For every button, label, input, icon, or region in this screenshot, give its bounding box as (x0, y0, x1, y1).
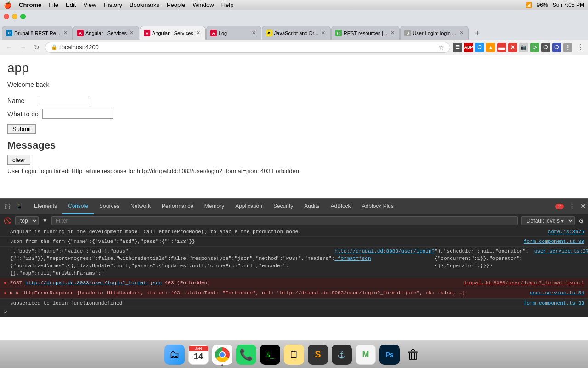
console-line-4: ● POST http://drupal.dd:8083/user/login?… (0, 278, 588, 288)
ext-icon-3[interactable]: ⬡ (475, 43, 484, 52)
clear-button[interactable]: clear (7, 155, 30, 165)
menu-history[interactable]: History (103, 1, 122, 8)
ext-icon-5[interactable]: ▬ (497, 43, 506, 52)
lock-icon: 🔒 (51, 44, 57, 50)
tab-log[interactable]: A Log ✕ (206, 26, 261, 40)
console-filter-input[interactable] (51, 216, 518, 225)
console-source-1[interactable]: core.js:3675 (543, 228, 584, 236)
todo-label: What to do (7, 110, 39, 118)
chrome-menu-button[interactable]: ⋮ (577, 43, 584, 52)
close-window-button[interactable] (4, 14, 9, 19)
console-msg-5: ▶ ▶ HttpErrorResponse {headers: HttpHead… (10, 289, 524, 297)
console-toolbar: 🚫 top ▼ Default levels ▾ ⚙ (0, 214, 588, 227)
tab-angular1[interactable]: A Angular - Services ✕ (73, 26, 139, 40)
console-source-4[interactable]: drupal.dd:8083/user/login?_format=json:1 (458, 279, 584, 287)
tab-close-js[interactable]: ✕ (320, 30, 327, 36)
tab-drupal[interactable]: D Drupal 8 REST Re... ✕ (2, 26, 73, 40)
tab-close-user[interactable]: ✕ (458, 30, 464, 36)
devtools-tab-network[interactable]: Network (125, 199, 156, 214)
devtools-tab-audits[interactable]: Audits (299, 199, 325, 214)
ext-icon-9[interactable]: ⬡ (541, 43, 550, 52)
devtools-close-button[interactable]: ✕ (580, 202, 586, 211)
forward-button[interactable]: → (17, 42, 28, 53)
devtools-tab-elements[interactable]: Elements (28, 199, 62, 214)
devtools-tab-adblock[interactable]: AdBlock (325, 199, 356, 214)
tab-close-angular1[interactable]: ✕ (129, 30, 135, 36)
console-line-6: subscribed to login functionundefined fo… (0, 299, 588, 308)
menu-window[interactable]: Window (192, 1, 214, 8)
console-source-5[interactable]: user.service.ts:54 (524, 289, 584, 297)
ext-icon-7[interactable]: 📷 (519, 43, 528, 52)
console-context-select[interactable]: top (15, 216, 39, 225)
ext-icon-8[interactable]: ▷ (530, 43, 539, 52)
address-input[interactable]: 🔒 localhost:4200 ☆ (45, 42, 450, 53)
wifi-icon: 📶 (526, 2, 532, 8)
error-url-link[interactable]: http://drupal.dd:8083/user/login?_format… (25, 280, 162, 286)
minimize-window-button[interactable] (12, 14, 17, 19)
menu-people[interactable]: People (167, 1, 185, 8)
chrome-titlebar (0, 10, 588, 23)
maximize-window-button[interactable] (20, 14, 26, 19)
menu-chrome[interactable]: Chrome (19, 1, 41, 8)
back-button[interactable]: ← (4, 42, 15, 53)
devtools-tab-memory[interactable]: Memory (199, 199, 230, 214)
tab-label-log: Log (219, 30, 249, 36)
tab-angular2[interactable]: A Angular - Services ✕ (140, 26, 206, 40)
submit-button[interactable]: Submit (7, 124, 36, 134)
new-tab-button[interactable]: + (471, 27, 484, 40)
tab-favicon-log: A (210, 30, 217, 36)
ext-icon-6[interactable]: ✕ (508, 43, 517, 52)
devtools-tab-security[interactable]: Security (268, 199, 299, 214)
name-row: Name (7, 96, 581, 105)
devtools-tab-performance[interactable]: Performance (156, 199, 199, 214)
todo-input[interactable] (42, 109, 113, 119)
ext-icon-4[interactable]: ▲ (486, 43, 495, 52)
tab-close-angular2[interactable]: ✕ (195, 30, 202, 36)
devtools-tab-sources[interactable]: Sources (94, 199, 125, 214)
devtools-sidebar-toggle[interactable]: ⬚ 📱 (2, 201, 25, 212)
console-source-3[interactable]: user.service.ts:37 (529, 247, 588, 255)
mac-menubar: 🍎 Chrome File Edit View History Bookmark… (0, 0, 588, 10)
error-count-badge: 2 (555, 204, 564, 209)
tab-rest[interactable]: R REST resources |... ✕ (331, 26, 400, 40)
menu-file[interactable]: File (49, 1, 58, 8)
name-input[interactable] (39, 96, 89, 105)
menu-help[interactable]: Help (221, 1, 234, 8)
menu-bookmarks[interactable]: Bookmarks (130, 1, 159, 8)
ext-icon-more[interactable]: ⋮ (563, 43, 572, 52)
devtools-tab-application[interactable]: Application (230, 199, 268, 214)
devtools-mobile-icon[interactable]: 📱 (14, 201, 25, 212)
ext-icon-10[interactable]: ⬡ (552, 43, 561, 52)
welcome-text: Welcome back (7, 81, 581, 88)
tab-close-rest[interactable]: ✕ (389, 30, 396, 36)
console-source-6[interactable]: form.component.ts:33 (518, 299, 584, 307)
refresh-button[interactable]: ↻ (31, 42, 42, 53)
tab-close-log[interactable]: ✕ (251, 30, 257, 36)
console-levels-select[interactable]: Default levels ▾ (521, 216, 575, 225)
menu-edit[interactable]: Edit (66, 1, 76, 8)
console-filter-chevron-icon[interactable]: ▼ (42, 218, 48, 224)
devtools-tab-console[interactable]: Console (62, 199, 94, 214)
apple-menu[interactable]: 🍎 (4, 1, 11, 9)
ext-icon-adblock[interactable]: ABP (464, 43, 473, 52)
bookmark-star-icon[interactable]: ☆ (438, 44, 444, 51)
name-label: Name (7, 97, 35, 104)
console-msg-6: subscribed to login functionundefined (10, 299, 518, 307)
console-source-2[interactable]: form.component.ts:30 (518, 238, 584, 245)
devtools-inspect-icon[interactable]: ⬚ (2, 201, 13, 212)
devtools-right-controls: 2 ⋮ ✕ (555, 201, 586, 212)
menu-view[interactable]: View (83, 1, 96, 8)
tab-label-rest: REST resources |... (344, 30, 388, 36)
ext-icon-1[interactable]: ☰ (453, 43, 462, 52)
tab-user[interactable]: U User Login: login ... ✕ (400, 26, 469, 40)
console-prompt-line[interactable]: > (0, 308, 588, 316)
devtools-more-icon[interactable]: ⋮ (566, 201, 577, 212)
tab-label-user: User Login: login ... (413, 30, 456, 36)
console-settings-icon[interactable]: ⚙ (578, 217, 584, 224)
devtools-tab-adblockplus[interactable]: Adblock Plus (356, 199, 399, 214)
console-clear-icon[interactable]: 🚫 (4, 217, 11, 224)
console-msg-4: POST http://drupal.dd:8083/user/login?_f… (10, 279, 458, 287)
error-message-text: User Login: login failed: Http failure r… (7, 167, 581, 174)
tab-js[interactable]: JS JavaScript and Dr... ✕ (262, 26, 331, 40)
tab-close-drupal[interactable]: ✕ (62, 30, 68, 36)
